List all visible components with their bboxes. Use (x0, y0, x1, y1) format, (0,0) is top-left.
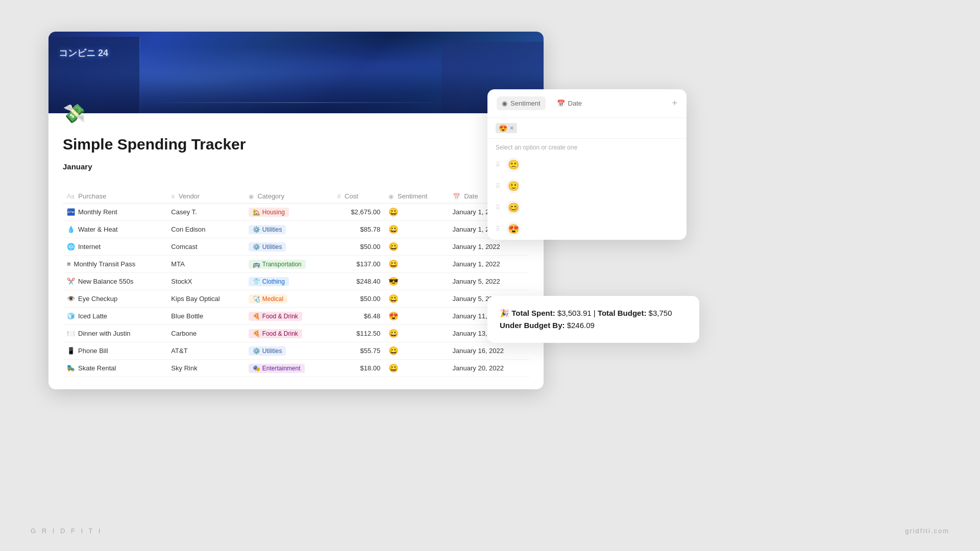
category-badge: ⚙️ Utilities (249, 242, 286, 252)
category-badge: 🏡 Housing (249, 208, 289, 217)
lines-icon: ≡ (171, 193, 175, 200)
sentiment-emoji: 😀 (388, 208, 399, 216)
category-cell: 🚌 Transportation (244, 256, 333, 273)
category-icon: ⚙️ (253, 347, 260, 355)
purchase-icon: 🍽️ (67, 330, 75, 337)
table-row[interactable]: 👁️ Eye Checkup Kips Bay Optical 🩺 Medica… (63, 290, 529, 308)
category-cell: 👕 Clothing (244, 273, 333, 290)
cost-cell: $85.78 (333, 221, 384, 238)
purchase-name: Phone Bill (78, 347, 108, 355)
table-row[interactable]: 💧 Water & Heat Con Edison ⚙️ Utilities $… (63, 221, 529, 238)
sentiment-cell[interactable]: 😎 (384, 273, 448, 290)
sentiment-emoji: 😀 (388, 364, 399, 372)
sentiment-cell[interactable]: 😀 (384, 360, 448, 377)
date-col-tab[interactable]: 📅 Date (552, 96, 587, 110)
vendor-cell: Sky Rink (167, 360, 244, 377)
category-cell: ⚙️ Utilities (244, 221, 333, 238)
table-row[interactable]: 🍽️ Dinner with Justin Carbone 🍕 Food & D… (63, 325, 529, 342)
category-icon: ⚙️ (253, 243, 260, 251)
option-emoji: 🙂 (506, 179, 521, 193)
purchase-name: Monthly Transit Pass (74, 260, 136, 268)
sentiment-emoji: 😀 (388, 329, 399, 338)
vendor-cell: Comcast (167, 238, 244, 256)
dropdown-option[interactable]: ⠿ 😍 (487, 218, 687, 240)
category-label: Utilities (262, 243, 282, 251)
sentiment-cell[interactable]: 😀 (384, 238, 448, 256)
cost-cell: $50.00 (333, 238, 384, 256)
notion-card: コンビニ 24 💸 Simple Spending Tracker Januar… (48, 32, 544, 389)
table-row[interactable]: 🧊 Iced Latte Blue Bottle 🍕 Food & Drink … (63, 308, 529, 325)
budget-text: 🎉 Total Spent: $3,503.91 | Total Budget:… (500, 307, 687, 332)
dropdown-option[interactable]: ⠿ 😊 (487, 197, 687, 218)
cost-cell: $248.40 (333, 273, 384, 290)
category-icon: 🍕 (253, 330, 260, 337)
vendor-cell: Kips Bay Optical (167, 290, 244, 308)
sentiment-cell[interactable]: 😀 (384, 256, 448, 273)
hash-icon: # (337, 193, 341, 200)
col-header-purchase: Aa Purchase (63, 189, 167, 204)
dropdown-option[interactable]: ⠿ 🙂 (487, 176, 687, 197)
total-spent-label: Total Spent: (511, 309, 555, 317)
drag-handle: ⠿ (496, 183, 500, 190)
cost-cell: $18.00 (333, 360, 384, 377)
option-emoji: 😊 (506, 201, 521, 215)
sentiment-emoji: 😀 (388, 242, 399, 251)
purchase-icon: ≡ (67, 260, 71, 268)
table-container: + Aa Purchase ≡ Vendor ◉ (63, 176, 529, 377)
category-cell: 🩺 Medical (244, 290, 333, 308)
table-row[interactable]: 🌐 Internet Comcast ⚙️ Utilities $50.00 😀… (63, 238, 529, 256)
purchase-icon: 🌐 (67, 243, 75, 251)
purchase-icon: 📱 (67, 347, 75, 355)
vendor-cell: StockX (167, 273, 244, 290)
sentiment-cell[interactable]: 😀 (384, 204, 448, 221)
col-header-sentiment: ◉ Sentiment (384, 189, 448, 204)
sentiment-cell[interactable]: 😀 (384, 342, 448, 360)
selected-emoji: 😍 (499, 124, 507, 132)
category-cell: 🏡 Housing (244, 204, 333, 221)
vendor-cell: AT&T (167, 342, 244, 360)
option-search-input[interactable] (521, 124, 678, 132)
dropdown-option[interactable]: ⠿ 🙁 (487, 154, 687, 176)
sentiment-cell[interactable]: 😀 (384, 325, 448, 342)
sentiment-emoji: 😀 (388, 294, 399, 303)
option-rows: ⠿ 🙁 ⠿ 🙂 ⠿ 😊 ⠿ 😍 (487, 154, 687, 240)
purchase-cell: 🍽️ Dinner with Justin (63, 325, 167, 342)
sentiment-cell[interactable]: 😀 (384, 290, 448, 308)
total-budget-value: $3,750 (649, 309, 672, 317)
sentiment-emoji: 😎 (388, 277, 399, 286)
date-cell: January 1, 2022 (449, 256, 529, 273)
vendor-cell: Blue Bottle (167, 308, 244, 325)
total-spent-value: $3,503.91 (557, 309, 592, 317)
sentiment-cell[interactable]: 😀 (384, 221, 448, 238)
remove-tag-button[interactable]: ✕ (509, 125, 514, 132)
table-row[interactable]: 📱 Phone Bill AT&T ⚙️ Utilities $55.75 😀 … (63, 342, 529, 360)
table-row[interactable]: ✂️ New Balance 550s StockX 👕 Clothing $2… (63, 273, 529, 290)
table-row[interactable]: 🏧 Monthly Rent Casey T. 🏡 Housing $2,675… (63, 204, 529, 221)
category-label: Utilities (262, 226, 282, 233)
cost-cell: $55.75 (333, 342, 384, 360)
sentiment-tag: 😍 ✕ (496, 123, 517, 133)
category-icon: 👕 (253, 278, 260, 285)
sentiment-col-icon: ◉ (388, 193, 394, 200)
date-col-label: Date (568, 99, 582, 107)
category-badge: 🩺 Medical (249, 294, 287, 304)
category-badge: ⚙️ Utilities (249, 225, 286, 234)
purchase-name: New Balance 550s (78, 278, 133, 285)
purchase-name: Dinner with Justin (78, 330, 131, 337)
sentiment-col-tab[interactable]: ◉ Sentiment (497, 96, 546, 110)
purchase-cell: 🏧 Monthly Rent (63, 204, 167, 221)
option-emoji: 😍 (506, 222, 521, 236)
page-title: Simple Spending Tracker (63, 136, 529, 153)
table-row[interactable]: ≡ Monthly Transit Pass MTA 🚌 Transportat… (63, 256, 529, 273)
purchase-icon: 🛼 (67, 364, 75, 372)
add-col-dropdown-button[interactable]: + (672, 98, 677, 109)
table-body: 🏧 Monthly Rent Casey T. 🏡 Housing $2,675… (63, 204, 529, 377)
vendor-cell: Con Edison (167, 221, 244, 238)
purchase-cell: 🧊 Iced Latte (63, 308, 167, 325)
sentiment-cell[interactable]: 😍 (384, 308, 448, 325)
table-row[interactable]: 🛼 Skate Rental Sky Rink 🎭 Entertainment … (63, 360, 529, 377)
spending-table: Aa Purchase ≡ Vendor ◉ Category # (63, 189, 529, 377)
option-emoji: 🙁 (506, 158, 521, 172)
cover-image: コンビニ 24 (48, 32, 544, 113)
sentiment-input-row: 😍 ✕ (487, 118, 687, 139)
